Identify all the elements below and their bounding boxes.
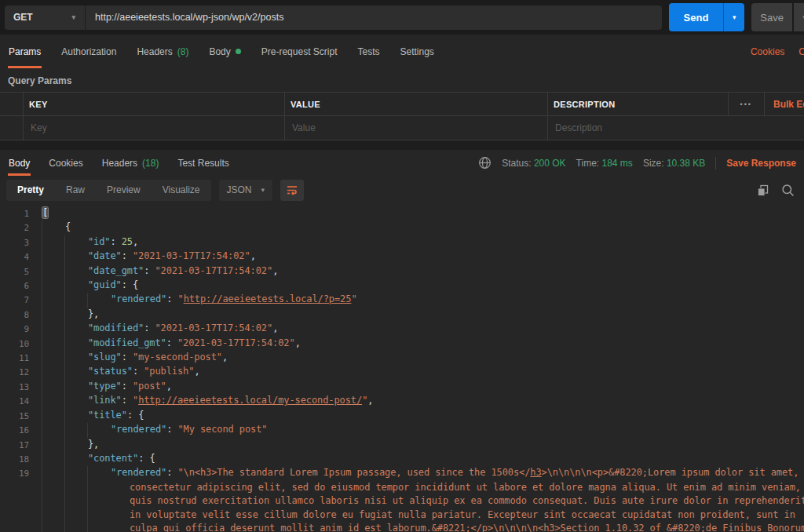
- tab-response-headers[interactable]: Headers (18): [101, 150, 160, 176]
- tab-params[interactable]: Params: [8, 35, 42, 68]
- search-button[interactable]: [781, 184, 795, 197]
- code-token: "\n<h3>The standard Lorem Ipsum passage,…: [178, 467, 531, 478]
- method-select[interactable]: GET ▾: [5, 12, 85, 23]
- code-token: "status": [88, 366, 133, 377]
- search-icon: [781, 184, 795, 197]
- response-body-code[interactable]: 1[2{3"id": 25,4"date": "2021-03-17T17:54…: [0, 204, 804, 532]
- code-token: "modified_gmt": [88, 337, 166, 348]
- indent-guide: [42, 423, 42, 437]
- indent-guide: [64, 409, 65, 423]
- line-number: 5: [0, 264, 29, 279]
- code-line: quis nostrud exercitation ullamco labori…: [0, 494, 804, 508]
- response-link[interactable]: http://aeeieetests.local/my-second-post/: [138, 395, 362, 406]
- view-raw[interactable]: Raw: [55, 180, 96, 201]
- tab-headers[interactable]: Headers (8): [136, 35, 189, 68]
- more-options-button[interactable]: •••: [728, 93, 764, 115]
- response-link[interactable]: p: [482, 523, 488, 532]
- line-number: 7: [0, 293, 29, 307]
- tab-tests[interactable]: Tests: [356, 35, 380, 68]
- cookies-link[interactable]: Cookies: [751, 46, 784, 57]
- method-label: GET: [13, 12, 33, 23]
- indent-guide: [42, 380, 42, 394]
- send-options-button[interactable]: ▾: [723, 3, 744, 31]
- url-control: GET ▾: [5, 5, 662, 30]
- tab-pre-request-script[interactable]: Pre-request Script: [261, 35, 338, 68]
- code-token: :: [127, 410, 138, 421]
- line-number: [0, 494, 29, 508]
- code-token: },: [88, 308, 99, 319]
- tab-test-results[interactable]: Test Results: [177, 150, 229, 176]
- request-links: Cookies Code: [751, 35, 804, 68]
- time-badge: Time: 184 ms: [576, 158, 633, 169]
- response-link[interactable]: h3: [530, 467, 541, 478]
- bulk-edit-button[interactable]: Bulk Edit: [764, 93, 804, 115]
- response-meta: Status: 200 OK Time: 184 ms Size: 10.38 …: [478, 150, 804, 176]
- code-token: >\n\n\n\n<p>&#8220;Lorem ipsum dolor sit…: [542, 467, 799, 478]
- indent-guide: [64, 264, 65, 279]
- response-link[interactable]: http://aeeieetests.local/?p=25: [184, 293, 352, 304]
- code-token: {: [149, 453, 155, 464]
- description-input[interactable]: [554, 122, 791, 134]
- view-visualize[interactable]: Visualize: [152, 180, 211, 201]
- line-number: 19: [0, 466, 29, 480]
- code-line: 15"title": {: [0, 409, 804, 423]
- wrap-lines-button[interactable]: [280, 180, 304, 201]
- tab-body[interactable]: Body: [208, 35, 241, 68]
- code-token: ,: [272, 322, 278, 333]
- indent-guide: [64, 452, 65, 466]
- code-line: 5"date_gmt": "2021-03-17T17:54:02",: [0, 264, 804, 279]
- tab-authorization[interactable]: Authorization: [60, 35, 117, 68]
- column-header-key: KEY: [29, 100, 48, 109]
- code-line: 19"rendered": "\n<h3>The standard Lorem …: [0, 466, 804, 480]
- indent-guide: [64, 423, 65, 437]
- save-group: Save ▾: [751, 3, 804, 31]
- tab-settings[interactable]: Settings: [400, 35, 435, 68]
- response-tabs: Body Cookies Headers (18) Test Results S…: [0, 150, 804, 176]
- indent-guide: [87, 466, 88, 480]
- code-line: 1[: [0, 206, 804, 220]
- line-number: [0, 481, 29, 494]
- indent-guide: [87, 508, 88, 522]
- code-token: [: [42, 207, 48, 218]
- copy-button[interactable]: [756, 184, 769, 197]
- row-select-column: [0, 93, 24, 115]
- indent-guide: [87, 481, 88, 494]
- code-link[interactable]: Code: [799, 46, 804, 57]
- pane-divider[interactable]: [0, 140, 804, 150]
- code-token: 25: [122, 236, 133, 247]
- code-line: 18"content": {: [0, 452, 804, 466]
- indent-guide: [42, 279, 42, 293]
- send-button[interactable]: Send: [669, 3, 724, 31]
- view-pretty[interactable]: Pretty: [6, 180, 55, 201]
- indent-guide: [64, 394, 65, 408]
- copy-icon: [756, 184, 769, 197]
- indent-guide: [64, 481, 65, 494]
- line-number: [0, 522, 29, 532]
- size-value: 10.38 KB: [667, 158, 705, 169]
- indent-guide: [87, 423, 88, 437]
- header-actions: ••• Bulk Edit: [728, 93, 804, 115]
- code-token: quis nostrud exercitation ullamco labori…: [130, 495, 804, 506]
- tab-label: Cookies: [49, 158, 82, 169]
- view-preview[interactable]: Preview: [96, 180, 152, 201]
- line-number: 8: [0, 308, 29, 322]
- code-line: 16"rendered": "My second post": [0, 423, 804, 437]
- column-header-value: VALUE: [291, 100, 320, 109]
- chevron-down-icon: ▾: [733, 14, 736, 21]
- value-input[interactable]: [291, 122, 535, 134]
- format-select[interactable]: JSON ▾: [219, 180, 273, 201]
- url-input[interactable]: [86, 12, 662, 23]
- indent-guide: [42, 293, 42, 307]
- tab-response-cookies[interactable]: Cookies: [48, 150, 83, 176]
- tab-response-body[interactable]: Body: [8, 150, 31, 176]
- indent-guide: [64, 293, 65, 307]
- globe-icon[interactable]: [478, 156, 492, 169]
- save-button[interactable]: Save: [751, 3, 792, 31]
- indent-guide: [42, 508, 42, 522]
- key-input[interactable]: [29, 122, 272, 134]
- code-token: "title": [88, 410, 127, 421]
- tab-label: Tests: [357, 46, 379, 57]
- save-options-button[interactable]: ▾: [794, 3, 804, 31]
- chevron-down-icon: ▾: [261, 187, 265, 194]
- save-response-button[interactable]: Save Response: [726, 158, 796, 169]
